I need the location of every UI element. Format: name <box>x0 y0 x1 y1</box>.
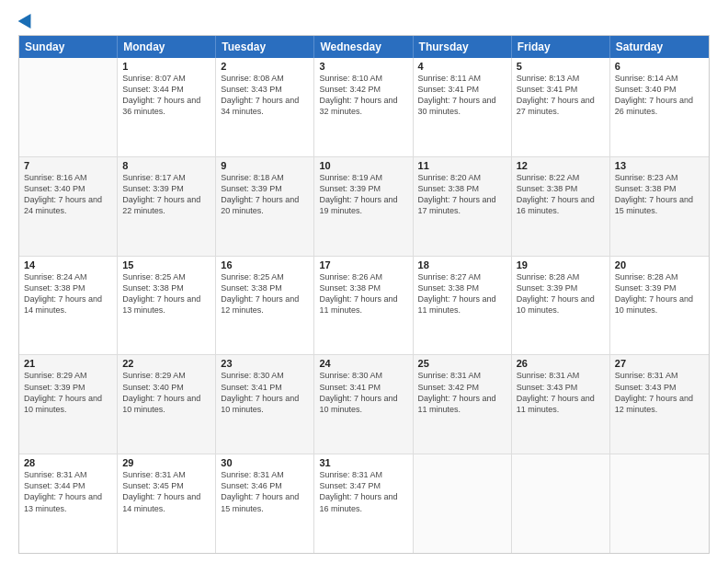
calendar-cell-3-5: 26Sunrise: 8:31 AM Sunset: 3:43 PM Dayli… <box>512 355 610 454</box>
day-number: 20 <box>615 259 704 270</box>
calendar-cell-4-0: 28Sunrise: 8:31 AM Sunset: 3:44 PM Dayli… <box>19 454 118 553</box>
cell-info: Sunrise: 8:25 AM Sunset: 3:38 PM Dayligh… <box>221 271 309 316</box>
cell-info: Sunrise: 8:31 AM Sunset: 3:43 PM Dayligh… <box>517 370 605 415</box>
calendar-cell-2-6: 20Sunrise: 8:28 AM Sunset: 3:39 PM Dayli… <box>610 257 709 355</box>
cell-info: Sunrise: 8:20 AM Sunset: 3:38 PM Dayligh… <box>418 172 506 217</box>
cell-info: Sunrise: 8:31 AM Sunset: 3:42 PM Dayligh… <box>418 370 506 415</box>
calendar-cell-4-6 <box>610 454 709 553</box>
calendar-cell-2-4: 18Sunrise: 8:27 AM Sunset: 3:38 PM Dayli… <box>414 257 512 355</box>
cell-info: Sunrise: 8:24 AM Sunset: 3:38 PM Dayligh… <box>24 271 112 316</box>
cell-info: Sunrise: 8:07 AM Sunset: 3:44 PM Dayligh… <box>122 73 210 118</box>
calendar-cell-1-4: 11Sunrise: 8:20 AM Sunset: 3:38 PM Dayli… <box>414 157 512 256</box>
cell-info: Sunrise: 8:31 AM Sunset: 3:47 PM Dayligh… <box>319 469 407 514</box>
cell-info: Sunrise: 8:19 AM Sunset: 3:39 PM Dayligh… <box>319 172 407 217</box>
cell-info: Sunrise: 8:16 AM Sunset: 3:40 PM Dayligh… <box>24 172 112 217</box>
calendar-row-0: 1Sunrise: 8:07 AM Sunset: 3:44 PM Daylig… <box>19 58 709 157</box>
day-number: 17 <box>319 259 407 270</box>
cell-info: Sunrise: 8:29 AM Sunset: 3:40 PM Dayligh… <box>122 370 210 415</box>
weekday-header-thursday: Thursday <box>414 36 512 58</box>
calendar-cell-3-6: 27Sunrise: 8:31 AM Sunset: 3:43 PM Dayli… <box>610 355 709 454</box>
day-number: 1 <box>122 61 210 72</box>
day-number: 29 <box>122 457 210 468</box>
day-number: 6 <box>615 61 704 72</box>
day-number: 11 <box>418 160 506 171</box>
day-number: 16 <box>221 259 309 270</box>
calendar-cell-4-1: 29Sunrise: 8:31 AM Sunset: 3:45 PM Dayli… <box>118 454 216 553</box>
cell-info: Sunrise: 8:31 AM Sunset: 3:46 PM Dayligh… <box>221 469 309 514</box>
day-number: 25 <box>418 358 506 369</box>
day-number: 3 <box>319 61 407 72</box>
calendar-cell-2-2: 16Sunrise: 8:25 AM Sunset: 3:38 PM Dayli… <box>216 257 314 355</box>
logo <box>18 17 35 26</box>
day-number: 8 <box>122 160 210 171</box>
day-number: 31 <box>319 457 407 468</box>
day-number: 5 <box>517 61 605 72</box>
day-number: 26 <box>517 358 605 369</box>
cell-info: Sunrise: 8:11 AM Sunset: 3:41 PM Dayligh… <box>418 73 506 118</box>
calendar-cell-1-3: 10Sunrise: 8:19 AM Sunset: 3:39 PM Dayli… <box>314 157 413 256</box>
day-number: 4 <box>418 61 506 72</box>
calendar-cell-0-2: 2Sunrise: 8:08 AM Sunset: 3:43 PM Daylig… <box>216 58 314 156</box>
cell-info: Sunrise: 8:23 AM Sunset: 3:38 PM Dayligh… <box>615 172 704 217</box>
day-number: 21 <box>24 358 112 369</box>
cell-info: Sunrise: 8:25 AM Sunset: 3:38 PM Dayligh… <box>122 271 210 316</box>
day-number: 30 <box>221 457 309 468</box>
calendar-row-3: 21Sunrise: 8:29 AM Sunset: 3:39 PM Dayli… <box>19 355 709 454</box>
weekday-header-saturday: Saturday <box>610 36 709 58</box>
cell-info: Sunrise: 8:22 AM Sunset: 3:38 PM Dayligh… <box>517 172 605 217</box>
cell-info: Sunrise: 8:30 AM Sunset: 3:41 PM Dayligh… <box>221 370 309 415</box>
calendar-cell-1-6: 13Sunrise: 8:23 AM Sunset: 3:38 PM Dayli… <box>610 157 709 256</box>
cell-info: Sunrise: 8:18 AM Sunset: 3:39 PM Dayligh… <box>221 172 309 217</box>
cell-info: Sunrise: 8:27 AM Sunset: 3:38 PM Dayligh… <box>418 271 506 316</box>
calendar-body: 1Sunrise: 8:07 AM Sunset: 3:44 PM Daylig… <box>19 58 709 553</box>
day-number: 10 <box>319 160 407 171</box>
cell-info: Sunrise: 8:10 AM Sunset: 3:42 PM Dayligh… <box>319 73 407 118</box>
cell-info: Sunrise: 8:31 AM Sunset: 3:44 PM Dayligh… <box>24 469 112 514</box>
calendar-cell-0-4: 4Sunrise: 8:11 AM Sunset: 3:41 PM Daylig… <box>414 58 512 156</box>
day-number: 13 <box>615 160 704 171</box>
calendar-cell-3-4: 25Sunrise: 8:31 AM Sunset: 3:42 PM Dayli… <box>414 355 512 454</box>
header <box>18 17 710 26</box>
weekday-header-monday: Monday <box>118 36 216 58</box>
day-number: 14 <box>24 259 112 270</box>
calendar-cell-0-1: 1Sunrise: 8:07 AM Sunset: 3:44 PM Daylig… <box>118 58 216 156</box>
cell-info: Sunrise: 8:14 AM Sunset: 3:40 PM Dayligh… <box>615 73 704 118</box>
day-number: 19 <box>517 259 605 270</box>
calendar-cell-3-2: 23Sunrise: 8:30 AM Sunset: 3:41 PM Dayli… <box>216 355 314 454</box>
calendar-row-2: 14Sunrise: 8:24 AM Sunset: 3:38 PM Dayli… <box>19 257 709 356</box>
cell-info: Sunrise: 8:31 AM Sunset: 3:45 PM Dayligh… <box>122 469 210 514</box>
cell-info: Sunrise: 8:30 AM Sunset: 3:41 PM Dayligh… <box>319 370 407 415</box>
weekday-header-sunday: Sunday <box>19 36 118 58</box>
calendar-cell-1-5: 12Sunrise: 8:22 AM Sunset: 3:38 PM Dayli… <box>512 157 610 256</box>
weekday-header-tuesday: Tuesday <box>216 36 314 58</box>
calendar-cell-1-2: 9Sunrise: 8:18 AM Sunset: 3:39 PM Daylig… <box>216 157 314 256</box>
calendar-cell-1-1: 8Sunrise: 8:17 AM Sunset: 3:39 PM Daylig… <box>118 157 216 256</box>
cell-info: Sunrise: 8:29 AM Sunset: 3:39 PM Dayligh… <box>24 370 112 415</box>
cell-info: Sunrise: 8:28 AM Sunset: 3:39 PM Dayligh… <box>517 271 605 316</box>
logo-triangle-icon <box>18 10 38 29</box>
calendar: SundayMondayTuesdayWednesdayThursdayFrid… <box>18 35 710 554</box>
day-number: 18 <box>418 259 506 270</box>
calendar-cell-0-6: 6Sunrise: 8:14 AM Sunset: 3:40 PM Daylig… <box>610 58 709 156</box>
day-number: 27 <box>615 358 704 369</box>
cell-info: Sunrise: 8:17 AM Sunset: 3:39 PM Dayligh… <box>122 172 210 217</box>
weekday-header-wednesday: Wednesday <box>314 36 413 58</box>
weekday-header-friday: Friday <box>512 36 610 58</box>
day-number: 7 <box>24 160 112 171</box>
calendar-cell-4-5 <box>512 454 610 553</box>
day-number: 22 <box>122 358 210 369</box>
cell-info: Sunrise: 8:31 AM Sunset: 3:43 PM Dayligh… <box>615 370 704 415</box>
calendar-cell-4-3: 31Sunrise: 8:31 AM Sunset: 3:47 PM Dayli… <box>314 454 413 553</box>
calendar-row-1: 7Sunrise: 8:16 AM Sunset: 3:40 PM Daylig… <box>19 157 709 257</box>
cell-info: Sunrise: 8:26 AM Sunset: 3:38 PM Dayligh… <box>319 271 407 316</box>
calendar-cell-0-0 <box>19 58 118 156</box>
calendar-cell-2-0: 14Sunrise: 8:24 AM Sunset: 3:38 PM Dayli… <box>19 257 118 355</box>
cell-info: Sunrise: 8:28 AM Sunset: 3:39 PM Dayligh… <box>615 271 704 316</box>
calendar-cell-2-3: 17Sunrise: 8:26 AM Sunset: 3:38 PM Dayli… <box>314 257 413 355</box>
calendar-row-4: 28Sunrise: 8:31 AM Sunset: 3:44 PM Dayli… <box>19 454 709 553</box>
calendar-cell-1-0: 7Sunrise: 8:16 AM Sunset: 3:40 PM Daylig… <box>19 157 118 256</box>
day-number: 2 <box>221 61 309 72</box>
day-number: 12 <box>517 160 605 171</box>
calendar-cell-0-3: 3Sunrise: 8:10 AM Sunset: 3:42 PM Daylig… <box>314 58 413 156</box>
calendar-cell-3-1: 22Sunrise: 8:29 AM Sunset: 3:40 PM Dayli… <box>118 355 216 454</box>
